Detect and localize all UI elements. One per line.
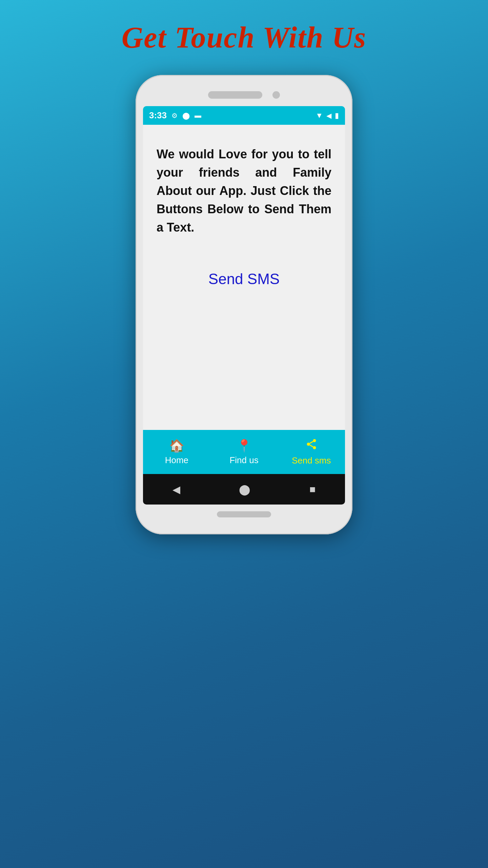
phone-screen: 3:33 ⚙ ⬤ ▬ ▼ ◀ ▮ We would Love for you t… <box>143 106 345 505</box>
page-title: Get Touch With Us <box>122 20 367 55</box>
location-icon: 📍 <box>237 439 252 453</box>
nav-item-send-sms[interactable]: Send sms <box>278 438 345 466</box>
nav-item-find-us[interactable]: 📍 Find us <box>210 439 278 466</box>
description-text: We would Love for you to tell your frien… <box>157 145 331 237</box>
svg-line-4 <box>310 441 313 443</box>
phone-speaker <box>208 91 262 99</box>
find-us-label: Find us <box>229 455 258 466</box>
circle-icon: ⬤ <box>182 112 190 120</box>
send-sms-button[interactable]: Send SMS <box>208 271 280 288</box>
svg-point-1 <box>307 443 310 446</box>
android-nav-bar: ◀ ⬤ ■ <box>143 474 345 505</box>
status-left: 3:33 ⚙ ⬤ ▬ <box>149 110 201 121</box>
battery-icon: ▮ <box>335 111 339 120</box>
svg-point-2 <box>313 446 316 449</box>
back-button[interactable]: ◀ <box>172 484 180 495</box>
signal-icon: ◀ <box>326 112 331 120</box>
home-label: Home <box>165 455 188 466</box>
settings-icon: ⚙ <box>171 112 178 120</box>
home-icon: 🏠 <box>169 439 184 453</box>
send-sms-area[interactable]: Send SMS <box>157 271 331 288</box>
nav-item-home[interactable]: 🏠 Home <box>143 439 210 466</box>
status-time: 3:33 <box>149 110 167 121</box>
status-right: ▼ ◀ ▮ <box>316 111 339 120</box>
wifi-icon: ▼ <box>316 111 323 120</box>
phone-camera <box>272 91 280 99</box>
home-button[interactable]: ⬤ <box>239 484 250 495</box>
recents-button[interactable]: ■ <box>309 484 316 495</box>
app-content: We would Love for you to tell your frien… <box>143 125 345 430</box>
send-sms-nav-label: Send sms <box>292 455 331 466</box>
phone-top-bezel <box>143 85 345 106</box>
share-icon <box>305 438 318 453</box>
svg-line-3 <box>310 445 313 447</box>
phone-bottom-bezel <box>217 511 271 517</box>
bottom-nav: 🏠 Home 📍 Find us Send sms <box>143 430 345 474</box>
status-bar: 3:33 ⚙ ⬤ ▬ ▼ ◀ ▮ <box>143 106 345 125</box>
svg-point-0 <box>313 439 316 442</box>
phone-frame: 3:33 ⚙ ⬤ ▬ ▼ ◀ ▮ We would Love for you t… <box>136 75 352 534</box>
clipboard-icon: ▬ <box>195 112 201 119</box>
